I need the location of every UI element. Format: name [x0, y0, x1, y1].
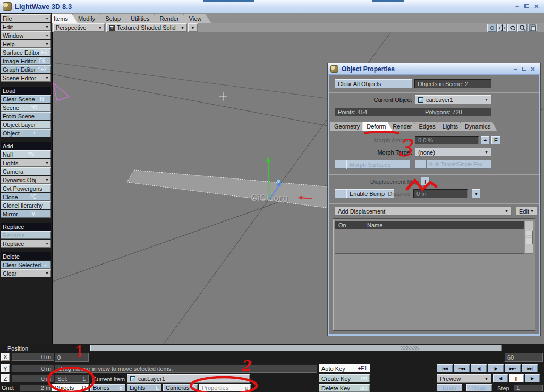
sidebar-item[interactable]: From Scene	[1, 112, 51, 120]
minimize-icon[interactable]: –	[514, 66, 517, 72]
sidebar-item[interactable]: Clear Selected -	[1, 261, 51, 269]
z-position-field[interactable]: 0 m	[11, 374, 54, 382]
distance-stepper[interactable]: ◂▸	[472, 189, 480, 198]
sidebar-item[interactable]: Camera	[1, 167, 51, 175]
scrollbar-thumb[interactable]	[526, 231, 533, 244]
displacement-texture-button[interactable]: T	[421, 177, 430, 186]
sidebar-item[interactable]: Scene ^O	[1, 104, 51, 112]
sidebar-item[interactable]: Replace	[1, 223, 51, 231]
maximize-viewport-button[interactable]	[528, 24, 537, 32]
z-axis-button[interactable]: Z	[1, 374, 10, 382]
sidebar-item[interactable]: Dynamic Obj ▼	[1, 176, 51, 184]
dialog-tab[interactable]: Deform	[362, 122, 392, 131]
sidebar-item[interactable]: Object Layer	[1, 121, 51, 129]
undo-button[interactable]: Undo	[437, 384, 462, 391]
sidebar-item[interactable]: Cvt Powergons	[1, 184, 51, 192]
delete-key-button[interactable]: Delete Keydel	[319, 384, 370, 392]
sidebar-item[interactable]: Add	[1, 142, 51, 150]
mode-button[interactable]: Objects O	[52, 384, 89, 391]
y-axis-button[interactable]: Y	[1, 364, 10, 372]
sidebar-item[interactable]: Delete	[1, 252, 51, 260]
sidebar-item[interactable]: Null ^N	[1, 150, 51, 158]
add-displacement-dropdown[interactable]: Add Displacement ▼	[335, 207, 512, 216]
play-button[interactable]: ▶	[525, 374, 540, 382]
multi-target-checkbox[interactable]	[415, 160, 427, 169]
transport-button[interactable]: ||▶	[488, 364, 504, 372]
morph-amount-stepper[interactable]: ◂▸	[481, 136, 489, 144]
dialog-tab[interactable]: Geometry	[330, 122, 366, 131]
viewport-options-dropdown[interactable]: ▼	[188, 23, 198, 32]
zoom-tool-button[interactable]	[517, 24, 527, 32]
close-icon[interactable]: ×	[531, 66, 535, 72]
sidebar-item[interactable]: Clear ▼	[1, 269, 51, 277]
distance-field[interactable]: 0 m	[413, 189, 468, 198]
sidebar-item[interactable]: Load	[1, 87, 51, 95]
menu-tab[interactable]: View	[184, 14, 211, 23]
minimize-icon[interactable]: –	[515, 4, 519, 9]
dialog-tab[interactable]: Dynamics	[461, 122, 497, 131]
sidebar-item[interactable]: Help ▼	[1, 40, 51, 48]
create-key-button[interactable]: Create Keyret	[319, 374, 370, 382]
sidebar-item[interactable]: File ▼	[1, 14, 51, 22]
sidebar-item[interactable]: Replace ▼	[1, 240, 51, 248]
x-axis-button[interactable]: X	[1, 353, 10, 361]
y-position-field[interactable]: 0 m	[11, 364, 54, 372]
redo-button[interactable]: Redo	[466, 384, 492, 391]
clear-all-objects-button[interactable]: Clear All Objects	[335, 79, 412, 88]
menu-tab[interactable]: Utilities	[125, 14, 159, 23]
restore-icon[interactable]	[524, 4, 529, 8]
sidebar-item[interactable]: Surface Editor F5	[1, 48, 51, 56]
sidebar-item[interactable]: CloneHierarchy	[1, 201, 51, 209]
sidebar-item[interactable]: Clone ^C	[1, 193, 51, 201]
sidebar-item[interactable]: Scene Editor ▼	[1, 74, 51, 82]
close-icon[interactable]: ×	[534, 4, 539, 9]
end-frame-field[interactable]: 60	[504, 353, 543, 362]
preview-dropdown[interactable]: Preview ▼	[437, 374, 491, 383]
timeline-scrollbar[interactable]	[90, 345, 502, 351]
sidebar-item[interactable]: Rename	[1, 231, 51, 239]
transport-button[interactable]: ◀||	[471, 364, 487, 372]
mode-button[interactable]: Bones B	[90, 384, 125, 391]
morph-surfaces-checkbox[interactable]	[335, 160, 346, 169]
sidebar-item[interactable]: Graph Editor ^F2	[1, 65, 51, 73]
view-mode-dropdown[interactable]: Perspective ▼	[53, 23, 105, 32]
menu-tab[interactable]: Render	[155, 14, 189, 23]
grid-size-field[interactable]: 2 m	[20, 384, 54, 391]
morph-target-dropdown[interactable]: (none) ▼	[415, 148, 491, 157]
transport-button[interactable]: +◀◀	[454, 364, 470, 372]
sidebar-item[interactable]: Image Editor F6	[1, 57, 51, 65]
rotate-tool-button[interactable]	[507, 24, 517, 32]
maximize-icon[interactable]	[522, 67, 526, 71]
start-frame-field[interactable]: 0	[54, 353, 89, 362]
envelope-button[interactable]: E	[491, 136, 500, 144]
x-position-field[interactable]: 0 m	[11, 353, 54, 361]
scrollbar-grip[interactable]	[401, 346, 419, 350]
multi-target-button[interactable]: Multi Target/Single Env	[427, 160, 491, 169]
enable-bump-checkbox[interactable]	[335, 189, 346, 198]
morph-surfaces-button[interactable]: Morph Surfaces	[346, 160, 411, 169]
displacement-list-body[interactable]	[335, 229, 524, 254]
mode-button[interactable]: Cameras C	[163, 384, 198, 391]
dialog-title-bar[interactable]: Object Properties – ×	[328, 63, 540, 75]
move-tool-button[interactable]	[497, 24, 507, 32]
mode-button[interactable]: Lights L	[127, 384, 162, 391]
play-button[interactable]: ◀	[493, 374, 508, 382]
dialog-tab[interactable]: Edges	[414, 122, 441, 131]
current-item-dropdown[interactable]: cai:Layer1 ▼	[127, 374, 250, 383]
shade-mode-dropdown[interactable]: T Textured Shaded Solid ▼	[106, 23, 187, 32]
current-object-dropdown[interactable]: cai:Layer1 ▼	[415, 95, 491, 104]
sidebar-item[interactable]: Lights ▼	[1, 159, 51, 167]
transport-button[interactable]: |◀◀	[437, 364, 453, 372]
sidebar-item[interactable]: Edit ▼	[1, 23, 51, 31]
sidebar-item[interactable]: Mirror V	[1, 210, 51, 218]
sidebar-item[interactable]: Object +	[1, 129, 51, 137]
morph-amount-field[interactable]: 0.0 %	[415, 136, 479, 144]
sidebar-item[interactable]: Window ▼	[1, 31, 51, 39]
mode-button[interactable]: Properties p	[199, 384, 251, 391]
transport-button[interactable]: ▶▶+	[505, 364, 521, 372]
sidebar-item[interactable]: Clear Scene N	[1, 95, 51, 103]
pan-tool-button[interactable]	[487, 24, 497, 32]
step-field[interactable]: 1	[513, 384, 543, 391]
edit-dropdown[interactable]: Edit ▼	[516, 207, 537, 216]
menu-tab[interactable]: Modify	[73, 14, 105, 23]
